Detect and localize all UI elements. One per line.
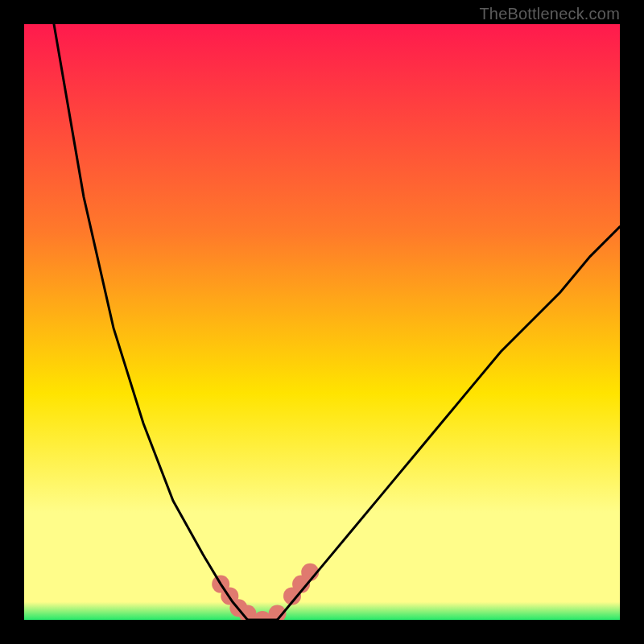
plot-area <box>24 24 620 620</box>
outer-frame: TheBottleneck.com <box>0 0 644 644</box>
attribution-label: TheBottleneck.com <box>479 5 620 23</box>
chart-svg <box>24 24 620 620</box>
